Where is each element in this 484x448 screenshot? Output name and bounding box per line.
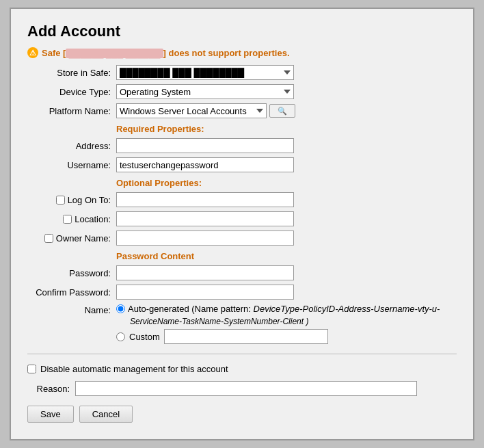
warning-icon: ⚠ xyxy=(27,47,38,58)
platform-name-control: Windows Server Local Accounts 🔍 xyxy=(116,103,295,118)
custom-label: Custom xyxy=(129,332,160,342)
device-type-label: Device Type: xyxy=(27,87,116,97)
username-label: Username: xyxy=(27,160,116,170)
address-label: Address: xyxy=(27,141,116,151)
autogen-label: Auto-generated (Name pattern: DeviceType… xyxy=(128,304,440,314)
owner-name-label: Owner Name: xyxy=(56,233,111,243)
device-type-row: Device Type: Operating System xyxy=(27,84,457,99)
autogen-pattern: DeviceType-PolicyID-Address-Username-vty… xyxy=(254,304,440,314)
autogen-option: Auto-generated (Name pattern: DeviceType… xyxy=(116,304,457,314)
reason-input[interactable] xyxy=(75,381,417,396)
autogen-pattern-cont: ServiceName-TaskName-SystemNumber-Client… xyxy=(116,317,457,326)
username-control xyxy=(116,157,294,172)
address-control xyxy=(116,138,294,153)
owner-name-control xyxy=(116,230,294,246)
redacted-safe-name: ██████ ███ ██████ xyxy=(66,49,163,58)
confirm-password-label: Confirm Password: xyxy=(27,287,116,298)
device-type-select[interactable]: Operating System xyxy=(116,84,294,99)
name-label: Name: xyxy=(27,304,116,315)
location-label-col: Location: xyxy=(27,214,116,224)
log-on-to-checkbox[interactable] xyxy=(56,196,65,205)
owner-name-row: Owner Name: xyxy=(27,230,457,246)
platform-name-label: Platform Name: xyxy=(27,106,116,116)
name-options: Auto-generated (Name pattern: DeviceType… xyxy=(116,304,457,344)
platform-name-row: Platform Name: Windows Server Local Acco… xyxy=(27,103,457,118)
custom-option: Custom xyxy=(116,329,457,344)
username-input[interactable] xyxy=(116,157,294,172)
location-input[interactable] xyxy=(116,211,294,226)
address-input[interactable] xyxy=(116,138,294,153)
platform-search-button[interactable]: 🔍 xyxy=(269,104,295,118)
location-control xyxy=(116,211,294,226)
store-in-safe-select[interactable]: ████████ ███ ████████ xyxy=(116,65,294,80)
name-row: Name: Auto-generated (Name pattern: Devi… xyxy=(27,304,457,344)
password-label: Password: xyxy=(27,268,116,278)
warning-bar: ⚠ Safe [██████ ███ ██████] does not supp… xyxy=(27,47,457,58)
store-in-safe-control: ████████ ███ ████████ xyxy=(116,65,294,80)
cancel-button[interactable]: Cancel xyxy=(79,406,133,423)
button-row: Save Cancel xyxy=(27,406,457,423)
log-on-to-label-col: Log On To: xyxy=(27,195,116,205)
username-row: Username: xyxy=(27,157,457,172)
log-on-to-row: Log On To: xyxy=(27,192,457,207)
save-button[interactable]: Save xyxy=(27,406,74,423)
custom-radio[interactable] xyxy=(116,332,125,341)
location-row: Location: xyxy=(27,211,457,226)
password-input[interactable] xyxy=(116,265,294,280)
owner-name-label-col: Owner Name: xyxy=(27,233,116,243)
device-type-control: Operating System xyxy=(116,84,294,99)
store-in-safe-row: Store in Safe: ████████ ███ ████████ xyxy=(27,65,457,80)
disable-management-row: Disable automatic management for this ac… xyxy=(27,364,457,374)
required-properties-header: Required Properties: xyxy=(116,124,457,134)
address-row: Address: xyxy=(27,138,457,153)
warning-text: Safe [██████ ███ ██████] does not suppor… xyxy=(42,48,290,58)
platform-name-select[interactable]: Windows Server Local Accounts xyxy=(116,103,267,118)
log-on-to-input[interactable] xyxy=(116,192,294,207)
custom-name-input[interactable] xyxy=(164,329,328,344)
page-title: Add Account xyxy=(27,23,457,40)
log-on-to-control xyxy=(116,192,294,207)
add-account-dialog: Add Account ⚠ Safe [██████ ███ ██████] d… xyxy=(10,8,474,440)
password-row: Password: xyxy=(27,265,457,280)
disable-management-label: Disable automatic management for this ac… xyxy=(40,364,228,374)
location-label: Location: xyxy=(75,214,111,224)
disable-management-checkbox[interactable] xyxy=(27,365,36,373)
reason-label: Reason: xyxy=(27,384,75,394)
log-on-to-label: Log On To: xyxy=(68,195,111,205)
reason-row: Reason: xyxy=(27,381,457,396)
confirm-password-input[interactable] xyxy=(116,285,294,300)
autogen-radio[interactable] xyxy=(116,304,125,313)
confirm-password-control xyxy=(116,285,294,300)
store-in-safe-label: Store in Safe: xyxy=(27,68,116,78)
divider xyxy=(27,354,457,354)
confirm-password-row: Confirm Password: xyxy=(27,285,457,300)
password-content-header: Password Content xyxy=(116,251,457,261)
owner-name-input[interactable] xyxy=(116,230,294,246)
optional-properties-header: Optional Properties: xyxy=(116,178,457,188)
owner-name-checkbox[interactable] xyxy=(44,234,53,243)
location-checkbox[interactable] xyxy=(63,215,72,224)
password-control xyxy=(116,265,294,280)
